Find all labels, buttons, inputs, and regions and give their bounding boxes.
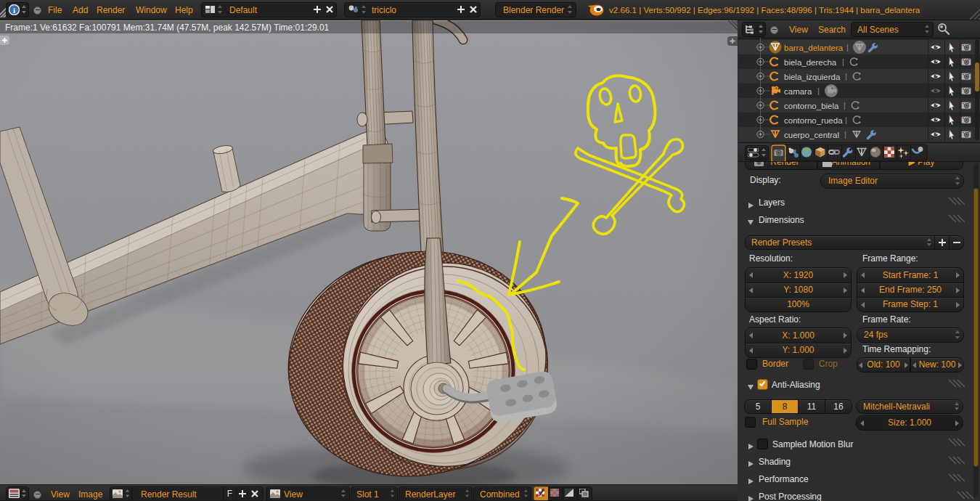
svg-text:camara: camara (784, 87, 812, 96)
svg-text:contorno_biela: contorno_biela (784, 102, 839, 110)
svg-text:|: | (817, 86, 820, 95)
svg-text:i: i (13, 6, 15, 15)
svg-text:biela_derecha: biela_derecha (784, 58, 837, 67)
svg-text:|: | (842, 57, 844, 66)
svg-text:cuerpo_central: cuerpo_central (784, 131, 839, 139)
svg-text:barra_delantera: barra_delantera (784, 44, 844, 52)
svg-text:|: | (844, 130, 846, 139)
svg-text:contorno_rueda: contorno_rueda (784, 116, 843, 125)
svg-text:|: | (845, 72, 847, 81)
svg-text:|: | (844, 101, 846, 110)
svg-text:biela_izquierda: biela_izquierda (784, 73, 841, 81)
svg-text:|: | (845, 115, 847, 124)
svg-text:|: | (846, 43, 849, 52)
